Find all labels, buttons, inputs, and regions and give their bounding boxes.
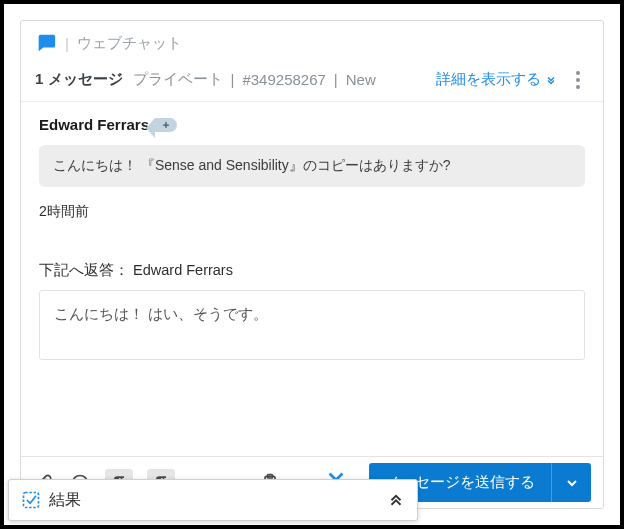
svg-rect-11 bbox=[24, 493, 39, 508]
results-label: 結果 bbox=[49, 490, 387, 511]
channel-label: ウェブチャット bbox=[77, 34, 182, 53]
plus-icon bbox=[161, 120, 171, 130]
chevron-down-double-icon bbox=[545, 74, 557, 86]
separator: | bbox=[231, 71, 235, 88]
separator: | bbox=[334, 71, 338, 88]
status-label: New bbox=[346, 71, 376, 88]
results-panel[interactable]: 結果 bbox=[8, 479, 418, 521]
message-text: こんにちは！ 『Sense and Sensibility』のコピーはありますか… bbox=[53, 157, 451, 173]
message-count: 1 メッセージ bbox=[35, 70, 123, 89]
separator: | bbox=[65, 35, 69, 52]
chevron-down-icon bbox=[564, 475, 580, 491]
conversation-body: Edward Ferrars こんにちは！ 『Sense and Sensibi… bbox=[21, 102, 603, 508]
conversation-panel: | ウェブチャット 1 メッセージ プライベート | #349258267 | … bbox=[20, 20, 604, 509]
message-timestamp: 2時間前 bbox=[39, 203, 585, 221]
show-details-link[interactable]: 詳細を表示する bbox=[436, 70, 557, 89]
chat-icon bbox=[35, 31, 57, 56]
sender-name: Edward Ferrars bbox=[39, 116, 149, 133]
meta-header: 1 メッセージ プライベート | #349258267 | New 詳細を表示す… bbox=[21, 64, 603, 102]
show-details-label: 詳細を表示する bbox=[436, 70, 541, 89]
reply-input[interactable]: こんにちは！ はい、そうです。 bbox=[39, 290, 585, 360]
send-dropdown-button[interactable] bbox=[551, 463, 591, 502]
ticket-id: #349258267 bbox=[242, 71, 325, 88]
reply-to-label: 下記へ返答： Edward Ferrars bbox=[39, 261, 585, 280]
checklist-icon bbox=[21, 490, 41, 510]
incoming-message-bubble: こんにちは！ 『Sense and Sensibility』のコピーはありますか… bbox=[39, 145, 585, 187]
privacy-label: プライベート bbox=[133, 70, 223, 89]
reply-draft-text: こんにちは！ はい、そうです。 bbox=[54, 306, 268, 322]
more-menu-button[interactable] bbox=[567, 71, 589, 89]
add-tag-button[interactable] bbox=[155, 118, 177, 132]
channel-header: | ウェブチャット bbox=[21, 21, 603, 64]
chevron-up-double-icon bbox=[387, 489, 405, 507]
collapse-button[interactable] bbox=[387, 489, 405, 511]
sender-row: Edward Ferrars bbox=[39, 116, 585, 133]
